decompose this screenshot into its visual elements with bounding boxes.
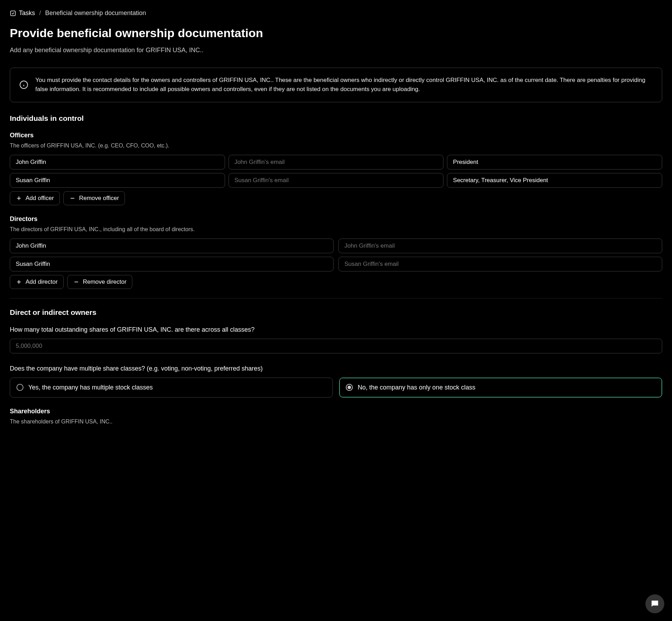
director-row [10,239,662,253]
radio-icon [346,384,353,391]
officer-row [10,155,662,170]
add-officer-button[interactable]: Add officer [10,191,60,205]
add-director-button[interactable]: Add director [10,275,64,289]
classes-question: Does the company have multiple share cla… [10,364,662,373]
classes-option-yes[interactable]: Yes, the company has multiple stock clas… [10,378,333,398]
remove-director-button[interactable]: Remove director [67,275,133,289]
officer-row [10,173,662,188]
breadcrumb-current: Beneficial ownership documentation [45,8,146,18]
breadcrumb-root-label: Tasks [19,8,35,18]
breadcrumb: Tasks / Beneficial ownership documentati… [10,8,662,18]
svg-rect-0 [10,11,15,16]
officer-buttons: Add officer Remove officer [10,191,662,205]
director-email-input[interactable] [338,257,662,271]
director-row [10,257,662,271]
individuals-heading: Individuals in control [10,113,662,124]
shareholders-sub: The shareholders of GRIFFIN USA, INC.. [10,418,662,426]
officer-name-input[interactable] [10,155,225,170]
breadcrumb-separator: / [39,8,41,18]
directors-heading: Directors [10,214,662,224]
directors-sub: The directors of GRIFFIN USA, INC., incl… [10,225,662,234]
remove-officer-label: Remove officer [79,195,119,202]
plus-icon [16,279,22,285]
shares-input[interactable] [10,339,662,353]
shareholders-heading: Shareholders [10,407,662,416]
radio-icon [16,384,23,391]
plus-icon [16,195,22,201]
remove-director-label: Remove director [83,278,127,285]
page-title: Provide beneficial ownership documentati… [10,24,662,42]
shares-question: How many total outstanding shares of GRI… [10,325,662,334]
director-buttons: Add director Remove director [10,275,662,289]
officer-email-input[interactable] [229,173,444,188]
classes-option-no-label: No, the company has only one stock class [358,383,475,392]
section-divider [10,298,662,298]
minus-icon [69,195,76,201]
officer-title-input[interactable] [447,173,662,188]
owners-heading: Direct or indirect owners [10,307,662,318]
officer-title-input[interactable] [447,155,662,170]
breadcrumb-tasks-link[interactable]: Tasks [10,8,35,18]
director-name-input[interactable] [10,257,334,271]
officers-heading: Officers [10,131,662,140]
info-banner-text: You must provide the contact details for… [35,76,653,94]
classes-option-no[interactable]: No, the company has only one stock class [339,378,662,398]
info-icon [19,80,28,89]
classes-option-yes-label: Yes, the company has multiple stock clas… [28,383,153,392]
director-name-input[interactable] [10,239,334,253]
officers-sub: The officers of GRIFFIN USA, INC. (e.g. … [10,142,662,150]
classes-radio-group: Yes, the company has multiple stock clas… [10,378,662,398]
director-email-input[interactable] [338,239,662,253]
page-subtitle: Add any beneficial ownership documentati… [10,46,662,55]
minus-icon [73,279,79,285]
remove-officer-button[interactable]: Remove officer [63,191,125,205]
add-officer-label: Add officer [26,195,54,202]
officer-email-input[interactable] [229,155,444,170]
officer-name-input[interactable] [10,173,225,188]
add-director-label: Add director [26,278,58,285]
check-square-icon [10,10,16,16]
info-banner: You must provide the contact details for… [10,68,662,102]
